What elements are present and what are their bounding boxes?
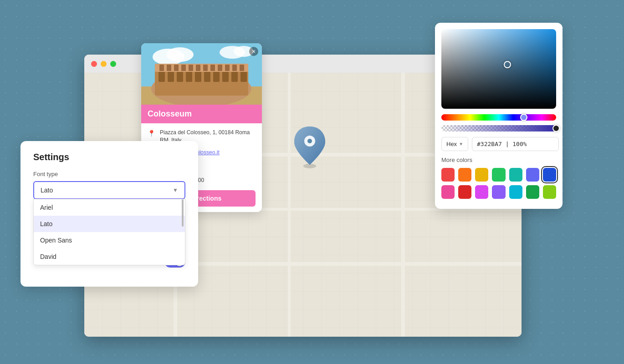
traffic-light-green[interactable]	[110, 61, 116, 67]
card-title: Colosseum	[148, 109, 256, 119]
swatch-pink[interactable]	[441, 185, 455, 199]
swatch-red[interactable]	[441, 168, 455, 182]
font-option-open-sans[interactable]: Open Sans	[34, 232, 185, 248]
svg-rect-29	[181, 65, 186, 71]
font-select-button[interactable]: Lato ▼	[33, 181, 185, 199]
svg-rect-33	[210, 65, 215, 71]
font-type-label: Font type	[33, 171, 185, 177]
font-option-ariel[interactable]: Ariel	[34, 199, 185, 216]
font-option-lato[interactable]: Lato	[34, 216, 185, 232]
hex-format-label: Hex	[446, 141, 457, 147]
svg-rect-22	[222, 71, 229, 82]
svg-rect-37	[240, 65, 244, 71]
chevron-down-icon-2: ▼	[459, 142, 463, 147]
swatch-lime[interactable]	[543, 185, 556, 199]
svg-rect-32	[203, 65, 208, 71]
map-pin	[292, 123, 328, 170]
color-cursor	[504, 61, 511, 68]
hex-format-button[interactable]: Hex ▼	[441, 137, 468, 151]
chevron-down-icon: ▼	[173, 187, 178, 193]
swatch-blue[interactable]	[543, 168, 556, 182]
font-select-wrapper: Lato ▼ Ariel Lato Open Sans David	[33, 181, 185, 199]
location-icon: 📍	[148, 129, 155, 138]
hue-slider[interactable]	[441, 114, 556, 121]
swatches-row-1	[441, 168, 556, 182]
color-gradient-canvas[interactable]	[441, 29, 556, 109]
svg-rect-21	[213, 71, 220, 82]
svg-rect-23	[231, 71, 238, 82]
swatch-indigo[interactable]	[526, 168, 539, 182]
swatch-cyan[interactable]	[509, 185, 522, 199]
alpha-slider[interactable]	[441, 125, 556, 131]
svg-rect-30	[189, 65, 193, 71]
swatch-orange[interactable]	[458, 168, 471, 182]
svg-rect-31	[196, 65, 200, 71]
alpha-thumb	[552, 125, 560, 132]
traffic-light-red[interactable]	[91, 61, 97, 67]
svg-rect-35	[225, 65, 230, 71]
scrollbar-thumb	[182, 199, 184, 227]
font-select-value: Lato	[41, 187, 53, 194]
color-picker-panel: Hex ▼ More colors	[435, 23, 563, 209]
hex-value-input[interactable]	[472, 137, 559, 151]
svg-rect-28	[174, 65, 179, 71]
svg-rect-20	[204, 71, 210, 82]
svg-rect-18	[186, 71, 192, 82]
swatch-teal[interactable]	[509, 168, 522, 182]
svg-rect-19	[195, 71, 201, 82]
svg-rect-27	[167, 65, 171, 71]
hue-thumb	[520, 114, 527, 121]
font-option-david[interactable]: David	[34, 248, 185, 265]
svg-rect-24	[240, 71, 247, 82]
settings-title: Settings	[33, 152, 185, 162]
svg-rect-36	[232, 65, 237, 71]
svg-point-40	[307, 139, 312, 143]
svg-rect-15	[159, 71, 165, 82]
pin-svg	[292, 123, 328, 168]
dropdown-scrollbar	[182, 199, 184, 265]
font-dropdown-list: Ariel Lato Open Sans David	[33, 199, 185, 265]
swatch-violet[interactable]	[492, 185, 505, 199]
swatch-dark-green[interactable]	[526, 185, 539, 199]
traffic-light-yellow[interactable]	[101, 61, 107, 67]
card-image: ×	[141, 43, 262, 105]
swatch-yellow[interactable]	[475, 168, 488, 182]
hex-row: Hex ▼	[441, 137, 556, 151]
svg-rect-34	[218, 65, 222, 71]
swatch-green[interactable]	[492, 168, 505, 182]
card-title-bar: Colosseum	[141, 105, 262, 123]
svg-rect-16	[168, 71, 174, 82]
hue-slider-wrapper	[441, 114, 556, 121]
swatch-fuchsia[interactable]	[475, 185, 488, 199]
svg-rect-17	[177, 71, 183, 82]
more-colors-label: More colors	[441, 157, 556, 163]
swatch-dark-red[interactable]	[458, 185, 471, 199]
close-button[interactable]: ×	[249, 47, 258, 56]
swatches-row-2	[441, 185, 556, 199]
svg-point-9	[166, 47, 194, 62]
svg-rect-26	[159, 65, 164, 71]
settings-panel: Settings Font type Lato ▼ Ariel Lato Ope…	[20, 141, 198, 287]
